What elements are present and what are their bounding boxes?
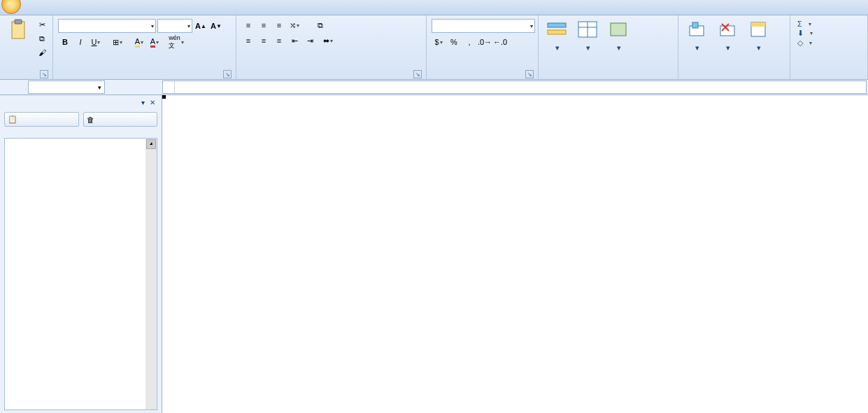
clear-button[interactable]: ◇▾ xyxy=(797,38,813,48)
clipboard-icon xyxy=(7,18,29,41)
cond-format-icon xyxy=(546,18,568,41)
wrap-text-button[interactable]: ⧉ xyxy=(313,19,328,31)
svg-rect-2 xyxy=(548,23,566,27)
align-left-button[interactable]: ≡ xyxy=(241,34,255,47)
align-right-button[interactable]: ≡ xyxy=(272,34,286,47)
clear-all-button[interactable]: 🗑 xyxy=(83,112,158,127)
bold-button[interactable]: B xyxy=(58,36,72,48)
underline-button[interactable]: U▾ xyxy=(89,36,103,48)
cell-styles-icon xyxy=(607,18,629,41)
format-icon xyxy=(747,18,769,41)
formula-bar[interactable] xyxy=(162,80,867,94)
name-box[interactable]: ▾ xyxy=(28,80,105,94)
svg-rect-3 xyxy=(548,30,566,34)
format-painter-button[interactable]: 🖌 xyxy=(35,46,49,59)
font-color-button[interactable]: A▾ xyxy=(148,36,162,48)
align-bottom-button[interactable]: ≡ xyxy=(272,19,286,31)
fx-icon[interactable] xyxy=(163,81,175,93)
svg-rect-0 xyxy=(12,22,24,38)
fill-icon: ⬇ xyxy=(797,29,804,38)
align-dialog-launcher[interactable]: ↘ xyxy=(413,70,422,78)
shrink-font-button[interactable]: A▼ xyxy=(209,20,223,32)
insert-button[interactable]: ▾ xyxy=(681,17,712,54)
pin-icon[interactable]: ▾ xyxy=(138,97,148,107)
cond-format-button[interactable]: ▾ xyxy=(541,17,572,54)
borders-button[interactable]: ⊞▾ xyxy=(111,36,124,48)
clipboard-hint xyxy=(0,130,162,135)
currency-button[interactable]: $▾ xyxy=(432,36,446,48)
align-middle-button[interactable]: ≡ xyxy=(257,19,271,31)
comma-button[interactable]: , xyxy=(462,36,476,48)
close-icon[interactable]: ✕ xyxy=(148,97,157,107)
format-button[interactable]: ▾ xyxy=(743,17,774,54)
align-top-button[interactable]: ≡ xyxy=(241,19,255,31)
table-format-icon xyxy=(576,18,599,41)
cell-styles-button[interactable]: ▾ xyxy=(603,17,634,54)
autosum-button[interactable]: Σ▾ xyxy=(797,20,813,28)
table-format-button[interactable]: ▾ xyxy=(572,17,603,54)
paste-all-button[interactable]: 📋 xyxy=(4,112,79,127)
insert-icon xyxy=(685,18,708,41)
svg-rect-9 xyxy=(692,22,698,28)
sigma-icon: Σ xyxy=(797,20,802,28)
grow-font-button[interactable]: A▲ xyxy=(194,20,208,32)
font-dialog-launcher[interactable]: ↘ xyxy=(223,70,232,78)
inc-decimal-button[interactable]: .0→ xyxy=(478,36,492,48)
italic-button[interactable]: I xyxy=(73,36,87,48)
eraser-icon: ◇ xyxy=(797,38,803,48)
svg-rect-14 xyxy=(751,22,765,27)
paste-button[interactable] xyxy=(3,17,34,43)
svg-rect-7 xyxy=(611,23,626,36)
clear-all-icon: 🗑 xyxy=(87,115,94,124)
font-size-combo[interactable]: ▾ xyxy=(157,19,192,33)
svg-rect-1 xyxy=(15,20,22,24)
cut-button[interactable]: ✂ xyxy=(35,18,49,31)
indent-increase-button[interactable]: ⇥ xyxy=(303,34,317,47)
font-name-combo[interactable]: ▾ xyxy=(58,19,156,33)
copy-button[interactable]: ⧉ xyxy=(35,32,49,45)
merge-center-button[interactable]: ⬌ ▾ xyxy=(318,34,338,47)
align-center-button[interactable]: ≡ xyxy=(257,34,271,47)
fill-button[interactable]: ⬇▾ xyxy=(797,29,813,38)
paste-all-icon: 📋 xyxy=(8,115,17,124)
delete-button[interactable]: ▾ xyxy=(712,17,743,54)
number-format-combo[interactable]: ▾ xyxy=(432,19,535,33)
percent-button[interactable]: % xyxy=(447,36,461,48)
fill-color-button[interactable]: A▾ xyxy=(132,36,146,48)
indent-decrease-button[interactable]: ⇤ xyxy=(287,34,301,47)
clipboard-dialog-launcher[interactable]: ↘ xyxy=(40,70,48,78)
clipboard-items-area: ▴ xyxy=(4,138,157,410)
delete-icon xyxy=(716,18,739,41)
orientation-button[interactable]: ⤭▾ xyxy=(287,19,301,31)
clipboard-pane: ▾ ✕ 📋 🗑 ▴ xyxy=(0,95,162,413)
dec-decimal-button[interactable]: ←.0 xyxy=(493,36,507,48)
number-dialog-launcher[interactable]: ↘ xyxy=(525,70,534,78)
phonetic-button[interactable]: wén文▾ xyxy=(169,36,183,48)
